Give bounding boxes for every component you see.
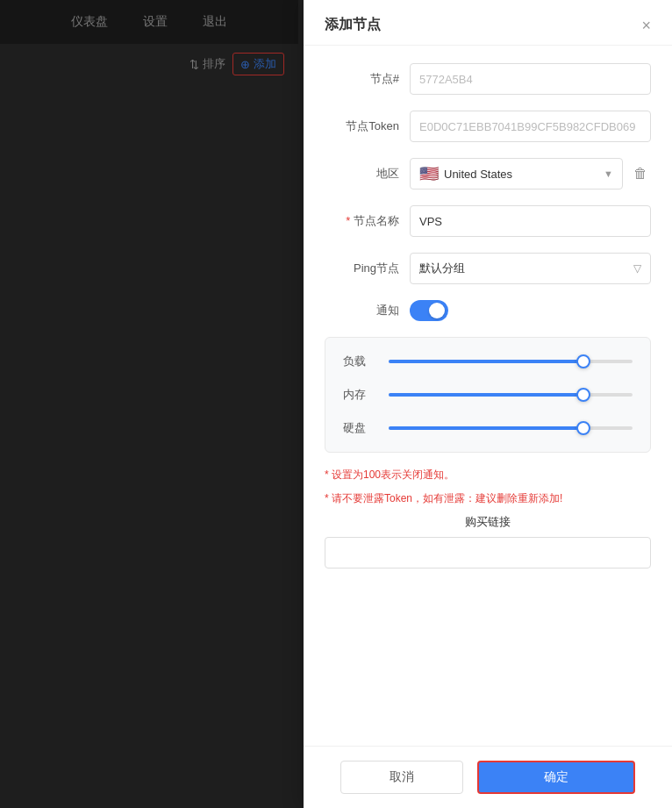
ping-value: 默认分组: [419, 261, 465, 276]
node-token-input[interactable]: [410, 111, 651, 142]
modal-body: 节点# 节点Token 地区 🇺🇸 United States ▼ 🗑 节点名称: [304, 46, 672, 746]
memory-slider-track: [389, 393, 633, 397]
node-hash-input[interactable]: [410, 63, 651, 95]
node-name-label: 节点名称: [325, 213, 399, 229]
modal-header: 添加节点 ×: [304, 0, 672, 46]
load-label: 负载: [343, 354, 378, 369]
ping-arrow-icon: ▽: [633, 262, 641, 275]
node-hash-label: 节点#: [325, 71, 399, 87]
note-2: * 请不要泄露Token，如有泄露：建议删除重新添加!: [325, 490, 651, 507]
disk-label: 硬盘: [343, 420, 378, 436]
node-hash-row: 节点#: [325, 63, 651, 95]
notify-toggle[interactable]: [410, 300, 448, 321]
chevron-down-icon: ▼: [604, 168, 613, 179]
sliders-section: 负载 内存 硬盘: [325, 337, 651, 453]
notify-toggle-wrapper: [410, 300, 448, 321]
add-node-modal: 添加节点 × 节点# 节点Token 地区 🇺🇸 United States ▼…: [304, 0, 672, 808]
cancel-button[interactable]: 取消: [340, 761, 463, 794]
purchase-link-title: 购买链接: [325, 514, 651, 530]
region-label: 地区: [325, 166, 399, 182]
ping-select[interactable]: 默认分组 ▽: [410, 253, 651, 284]
load-slider-track: [389, 360, 633, 363]
notify-row: 通知: [325, 300, 651, 321]
ping-label: Ping节点: [325, 261, 399, 276]
notify-label: 通知: [325, 303, 399, 318]
node-token-row: 节点Token: [325, 111, 651, 142]
region-selector-group: 🇺🇸 United States ▼ 🗑: [410, 158, 651, 189]
note-1: * 设置为100表示关闭通知。: [325, 467, 651, 483]
disk-slider-track: [389, 426, 633, 430]
delete-region-button[interactable]: 🗑: [630, 162, 651, 185]
node-name-input[interactable]: [410, 205, 651, 237]
disk-slider-row: 硬盘: [343, 420, 633, 436]
ping-row: Ping节点 默认分组 ▽: [325, 253, 651, 284]
memory-label: 内存: [343, 387, 378, 403]
region-row: 地区 🇺🇸 United States ▼ 🗑: [325, 158, 651, 189]
node-name-row: 节点名称: [325, 205, 651, 237]
modal-footer: 取消 确定: [304, 746, 672, 808]
confirm-button[interactable]: 确定: [477, 761, 635, 794]
toggle-slider: [410, 300, 448, 321]
purchase-link-input[interactable]: [325, 537, 651, 568]
close-button[interactable]: ×: [641, 18, 651, 33]
load-slider-row: 负载: [343, 354, 633, 369]
node-token-label: 节点Token: [325, 118, 399, 134]
modal-title: 添加节点: [325, 16, 381, 34]
region-name: United States: [444, 168, 598, 181]
region-flag: 🇺🇸: [419, 164, 439, 183]
memory-slider-row: 内存: [343, 387, 633, 403]
region-select[interactable]: 🇺🇸 United States ▼: [410, 158, 623, 189]
